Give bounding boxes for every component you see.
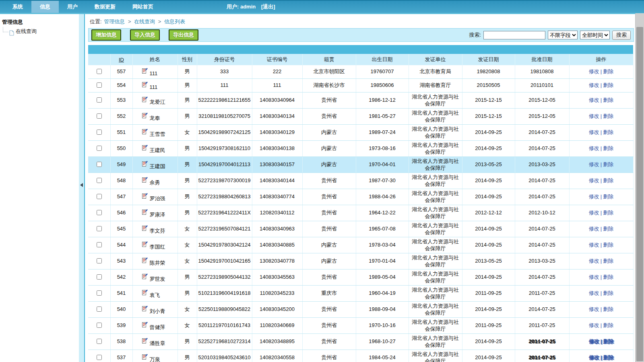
time-select[interactable]: 全部时间 <box>580 31 610 39</box>
edit-doc-icon[interactable] <box>142 68 148 76</box>
edit-link[interactable]: 修改 <box>589 161 599 167</box>
delete-link[interactable]: 删除 <box>603 242 613 248</box>
edit-doc-icon[interactable] <box>142 128 148 136</box>
nav-tab-2[interactable]: 用户 <box>59 1 86 13</box>
sidebar-item-online-query[interactable]: 在线查询 <box>3 27 79 35</box>
vertical-scrollbar[interactable] <box>635 13 644 362</box>
row-checkbox[interactable] <box>97 339 102 344</box>
delete-link[interactable]: 删除 <box>603 274 613 280</box>
delete-link[interactable]: 删除 <box>603 290 613 296</box>
edit-doc-icon[interactable] <box>142 289 148 297</box>
delete-link[interactable]: 删除 <box>603 258 613 264</box>
edit-doc-icon[interactable] <box>142 96 148 104</box>
panel-splitter[interactable] <box>79 14 85 362</box>
delete-link[interactable]: 删除 <box>603 97 613 103</box>
row-checkbox[interactable] <box>97 242 102 247</box>
row-checkbox[interactable] <box>97 323 102 328</box>
cell-operations: 修改|删除 <box>569 125 633 141</box>
edit-link[interactable]: 修改 <box>589 242 599 248</box>
edit-link[interactable]: 修改 <box>589 177 599 183</box>
delete-link[interactable]: 删除 <box>603 226 613 232</box>
edit-doc-icon[interactable] <box>142 209 148 217</box>
edit-doc-icon[interactable] <box>142 305 148 313</box>
delete-link[interactable]: 删除 <box>603 145 613 151</box>
edit-doc-icon[interactable] <box>142 321 148 329</box>
sort-id-link[interactable]: ID <box>119 57 124 63</box>
nav-tab-4[interactable]: 网站首页 <box>124 1 162 13</box>
edit-link[interactable]: 修改 <box>590 339 600 345</box>
delete-link[interactable]: 删除 <box>603 161 613 167</box>
delete-link[interactable]: 删除 <box>603 322 613 328</box>
delete-link[interactable]: 删除 <box>603 113 613 119</box>
edit-link[interactable]: 修改 <box>589 193 599 200</box>
cell-name: 111 <box>132 79 178 93</box>
edit-link[interactable]: 修改 <box>590 355 600 361</box>
edit-link[interactable]: 修改 <box>589 306 599 312</box>
row-checkbox[interactable] <box>97 82 102 88</box>
edit-link[interactable]: 修改 <box>589 68 599 74</box>
edit-doc-icon[interactable] <box>142 273 148 281</box>
row-checkbox[interactable] <box>97 274 102 280</box>
edit-link[interactable]: 修改 <box>589 322 599 328</box>
scrollbar-thumb[interactable] <box>636 27 643 361</box>
delete-link[interactable]: 删除 <box>604 339 614 345</box>
row-checkbox[interactable] <box>97 178 102 183</box>
edit-link[interactable]: 修改 <box>589 226 599 232</box>
edit-link[interactable]: 修改 <box>589 129 599 135</box>
edit-doc-icon[interactable] <box>142 225 148 233</box>
row-checkbox[interactable] <box>97 146 102 151</box>
delete-link[interactable]: 删除 <box>603 306 613 312</box>
delete-link[interactable]: 删除 <box>604 355 614 361</box>
delete-link[interactable]: 删除 <box>603 193 613 200</box>
edit-doc-icon[interactable] <box>142 81 148 89</box>
edit-doc-icon[interactable] <box>142 257 148 265</box>
edit-link[interactable]: 修改 <box>589 145 599 151</box>
import-info-button[interactable]: 导入信息 <box>130 29 160 41</box>
delete-link[interactable]: 删除 <box>603 129 613 135</box>
edit-doc-icon[interactable] <box>142 354 148 362</box>
row-checkbox[interactable] <box>97 69 102 74</box>
row-checkbox[interactable] <box>97 258 102 263</box>
nav-tab-1[interactable]: 信息 <box>31 1 59 13</box>
delete-link[interactable]: 删除 <box>603 68 613 74</box>
edit-doc-icon[interactable] <box>142 241 148 249</box>
row-checkbox[interactable] <box>97 97 102 103</box>
row-checkbox[interactable] <box>97 162 102 167</box>
breadcrumb-link-1[interactable]: 管理信息 <box>104 19 125 25</box>
edit-link[interactable]: 修改 <box>589 97 599 103</box>
nav-tab-3[interactable]: 数据更新 <box>86 1 124 13</box>
edit-link[interactable]: 修改 <box>589 258 599 264</box>
row-checkbox[interactable] <box>97 355 102 360</box>
edit-doc-icon[interactable] <box>142 144 148 152</box>
delete-link[interactable]: 删除 <box>603 82 613 88</box>
edit-doc-icon[interactable] <box>142 337 148 346</box>
row-checkbox[interactable] <box>97 290 102 296</box>
edit-doc-icon[interactable] <box>142 177 148 185</box>
edit-link[interactable]: 修改 <box>589 210 599 216</box>
row-checkbox[interactable] <box>97 113 102 119</box>
edit-doc-icon[interactable] <box>142 112 148 120</box>
delete-link[interactable]: 删除 <box>603 210 613 216</box>
add-info-button[interactable]: 增加信息 <box>91 29 121 41</box>
row-checkbox[interactable] <box>97 210 102 215</box>
export-info-button[interactable]: 导出信息 <box>169 29 198 41</box>
search-button[interactable]: 搜索 <box>612 31 631 40</box>
edit-link[interactable]: 修改 <box>589 113 599 119</box>
edit-link[interactable]: 修改 <box>589 290 599 296</box>
field-select[interactable]: 不限字段 <box>548 31 578 39</box>
delete-link[interactable]: 删除 <box>603 177 613 183</box>
logout-link[interactable]: [退出] <box>261 4 275 10</box>
row-checkbox[interactable] <box>97 194 102 199</box>
breadcrumb-link-3[interactable]: 信息列表 <box>164 19 185 25</box>
collapse-left-arrow-icon[interactable] <box>80 183 83 187</box>
row-checkbox[interactable] <box>97 130 102 135</box>
row-checkbox[interactable] <box>97 226 102 231</box>
edit-link[interactable]: 修改 <box>589 274 599 280</box>
nav-tab-0[interactable]: 系统 <box>4 1 31 13</box>
search-input[interactable] <box>483 31 545 39</box>
edit-link[interactable]: 修改 <box>589 82 599 88</box>
edit-doc-icon[interactable] <box>142 160 148 169</box>
edit-doc-icon[interactable] <box>142 193 148 201</box>
row-checkbox[interactable] <box>97 306 102 312</box>
breadcrumb-link-2[interactable]: 在线查询 <box>134 19 155 25</box>
